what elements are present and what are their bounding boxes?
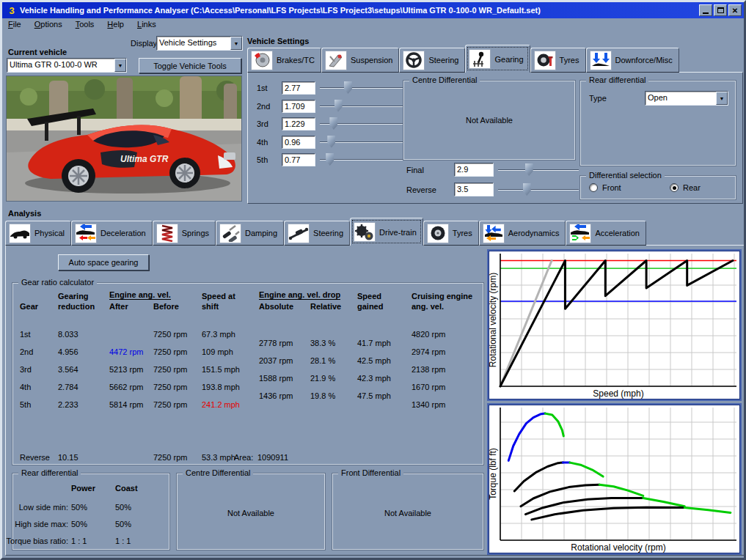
menu-tools[interactable]: Tools (76, 20, 95, 29)
row-shift-speed: 151.5 mph (202, 365, 240, 374)
col-header-engine-group: Engine ang. vel. (109, 290, 171, 300)
toggle-vehicle-tools-button[interactable]: Toggle Vehicle Tools (139, 58, 241, 73)
col-header-gear: Gear (20, 302, 38, 311)
gear-2-label: 2nd (257, 102, 270, 111)
row-shift-speed: 241.2 mph (202, 400, 240, 409)
vehicle-settings-panel: 1st 2.77 2nd 1.709 3rd 1.229 4th 0.96 5t… (247, 72, 743, 204)
row-reduction: 3.564 (58, 365, 78, 374)
chevron-down-icon[interactable]: ▼ (716, 92, 728, 105)
analysis-tab-steering[interactable]: Steering (284, 221, 350, 246)
menu-links[interactable]: Links (137, 20, 156, 29)
row-before-rpm: 7250 rpm (153, 383, 187, 391)
analysis-tab-acceleration[interactable]: Acceleration (566, 221, 646, 246)
tab-suspension[interactable]: Suspension (321, 48, 400, 73)
analysis-tab-aerodynamics[interactable]: Aerodynamics (479, 221, 566, 246)
row-cruising-rpm: 4820 rpm (412, 330, 445, 339)
tyre-icon (427, 224, 449, 243)
tab-steering[interactable]: Steering (399, 48, 465, 73)
maximize-button[interactable] (714, 4, 727, 16)
col-header-relative: Relative (310, 302, 341, 311)
col-header-gained-1: Speed (357, 292, 381, 301)
gear-5-slider[interactable] (320, 153, 403, 166)
drop-speed-gained: 47.5 mph (357, 391, 391, 400)
gear-4-slider[interactable] (320, 136, 403, 149)
title-bar[interactable]: 3 Vehicle Handling and Performance Analy… (2, 2, 744, 18)
auto-space-gearing-button[interactable]: Auto space gearing (58, 254, 149, 270)
analysis-tab-tyres[interactable]: Tyres (423, 221, 479, 246)
minimize-icon (703, 12, 709, 14)
centre-differential-status: Not Available (403, 116, 575, 125)
gear-2-ratio-input[interactable]: 1.709 (282, 100, 315, 113)
row-reduction: 4.956 (58, 347, 78, 356)
analysis-tab-deceleration[interactable]: Deceleration (71, 221, 153, 246)
tab-downforce-misc[interactable]: Downforce/Misc (586, 48, 679, 73)
diff-type-value: Open (646, 92, 716, 105)
front-differential-result-status: Not Available (332, 509, 483, 517)
current-vehicle-value: Ultima GTR 0-100-0 WR (7, 59, 114, 72)
app-icon: 3 (6, 4, 18, 16)
svg-text:Rotational velocity (rpm): Rotational velocity (rpm) (571, 542, 665, 553)
chevron-down-icon[interactable]: ▼ (114, 59, 126, 72)
gear-3-ratio-input[interactable]: 1.229 (282, 117, 315, 130)
analysis-caption: Analysis (8, 209, 41, 218)
centre-differential-groupbox: Centre Differential Not Available (403, 80, 576, 161)
vehicle-photo-text: Ultima GTR (120, 154, 169, 164)
close-button[interactable]: ✕ (728, 4, 742, 16)
row-after-rpm: 5814 rpm (109, 400, 143, 409)
differential-selection-title: Differential selection (586, 171, 665, 180)
tab-tyres[interactable]: Tyres (530, 48, 586, 73)
tab-label: Tyres (560, 56, 579, 65)
gear-5-ratio-input[interactable]: 0.77 (282, 153, 315, 166)
row-gear: 4th (20, 383, 31, 391)
car-silhouette-icon (9, 224, 31, 243)
col-header-absolute: Absolute (259, 302, 293, 311)
display-combobox[interactable]: Vehicle Settings ▼ (156, 36, 243, 51)
current-vehicle-combobox[interactable]: Ultima GTR 0-100-0 WR ▼ (7, 58, 127, 73)
maximize-icon (717, 7, 724, 13)
reverse-gear-slider[interactable] (498, 183, 579, 196)
analysis-tab-damping[interactable]: Damping (216, 221, 284, 246)
drop-relative: 21.9 % (310, 374, 335, 383)
row-reduction: 8.033 (58, 330, 78, 339)
gear-1-slider[interactable] (320, 81, 403, 95)
gear-4-ratio-input[interactable]: 0.96 (282, 136, 315, 149)
final-gear-slider[interactable] (498, 163, 579, 177)
row-gear: 5th (20, 400, 31, 409)
row-before-rpm: 7250 rpm (153, 330, 187, 339)
menu-help[interactable]: Help (107, 20, 124, 29)
final-gear-input[interactable]: 2.9 (454, 163, 494, 177)
row-shift-speed: 67.3 mph (202, 330, 235, 339)
analysis-tab-springs[interactable]: Springs (153, 221, 216, 246)
minimize-button[interactable] (699, 4, 712, 16)
gear-2-slider[interactable] (320, 100, 403, 113)
diff-type-combobox[interactable]: Open ▼ (645, 91, 728, 106)
chevron-down-icon[interactable]: ▼ (230, 37, 242, 50)
tyre-pump-icon (534, 51, 556, 70)
svg-text:Rotational velocity (rpm): Rotational velocity (rpm) (489, 273, 498, 367)
aero-arrows-icon (483, 224, 505, 243)
gear-3-slider[interactable] (320, 117, 403, 130)
area-value: 1090911 (257, 453, 288, 462)
suspension-arm-icon (325, 51, 347, 70)
gear-1-ratio-input[interactable]: 2.77 (282, 81, 315, 95)
col-header-reduction-1: Gearing (58, 292, 89, 301)
analysis-tab-physical[interactable]: Physical (5, 221, 71, 246)
tab-gearing[interactable]: Gearing (465, 45, 530, 73)
menu-file[interactable]: File (8, 20, 21, 29)
tab-brakes-tc[interactable]: Brakes/TC (247, 48, 321, 73)
reverse-gear-label: Reverse (406, 185, 436, 194)
col-header-drop-group: Engine ang. vel. drop (259, 290, 340, 300)
row-shift-speed: 193.8 mph (202, 383, 240, 391)
menu-options[interactable]: Options (34, 20, 62, 29)
reverse-gear-input[interactable]: 3.5 (454, 183, 494, 196)
radio-icon (589, 183, 598, 192)
radio-icon (670, 183, 679, 192)
drop-speed-gained: 41.7 mph (357, 339, 391, 347)
rear-diff-radio[interactable]: Rear (670, 183, 701, 192)
steering-rack-icon (288, 224, 310, 243)
tab-label: Physical (34, 229, 65, 237)
rear-differential-result-title: Rear differential (18, 468, 81, 477)
drop-speed-gained: 42.3 mph (357, 374, 391, 383)
analysis-tab-drive-train[interactable]: Drive-train (350, 218, 423, 246)
front-diff-radio[interactable]: Front (589, 183, 621, 192)
